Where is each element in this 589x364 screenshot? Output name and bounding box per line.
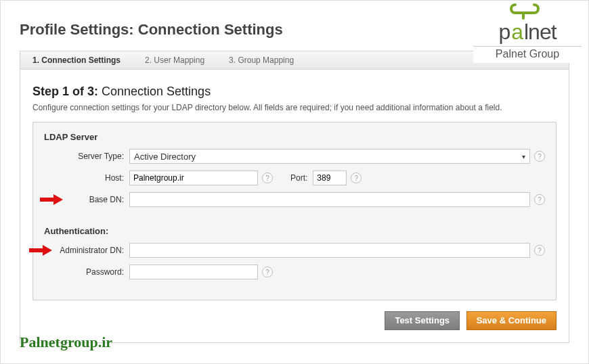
step-description: Configure connection settings for your L… (32, 103, 557, 112)
help-icon[interactable]: ? (262, 173, 273, 183)
help-icon[interactable]: ? (534, 151, 545, 162)
tab-user-mapping[interactable]: 2. User Mapping (133, 51, 217, 70)
password-label: Password: (44, 267, 129, 277)
password-input[interactable] (129, 265, 258, 279)
arrow-right-icon (29, 245, 52, 256)
logo-text-rest: lnet (524, 20, 557, 45)
test-settings-button[interactable]: Test Settings (385, 311, 460, 330)
svg-rect-2 (29, 248, 43, 252)
help-icon[interactable]: ? (534, 194, 545, 205)
port-input[interactable] (313, 170, 347, 185)
step-prefix: Step 1 of 3: (32, 85, 98, 98)
svg-marker-1 (53, 194, 63, 205)
base-dn-input[interactable] (129, 192, 530, 207)
save-continue-button[interactable]: Save & Continue (466, 311, 557, 330)
host-input[interactable] (129, 170, 258, 185)
footer-brand-text: Palnetgroup.ir (20, 334, 112, 351)
step-heading: Step 1 of 3: Connection Settings (32, 85, 557, 99)
auth-section-label: Authentication: (44, 226, 545, 236)
logo-text-p: p (498, 20, 510, 45)
tab-connection-settings[interactable]: 1. Connection Settings (20, 51, 133, 70)
help-icon[interactable]: ? (534, 245, 545, 256)
arrow-right-icon (40, 194, 63, 205)
svg-rect-0 (40, 198, 53, 202)
admin-dn-input[interactable] (129, 243, 530, 258)
logo-subtitle: Palnet Group (473, 46, 582, 60)
svg-marker-3 (43, 245, 52, 256)
tab-group-mapping[interactable]: 3. Group Mapping (217, 51, 306, 70)
chevron-down-icon: ▾ (522, 153, 525, 160)
server-type-select[interactable]: Active Directory ▾ (129, 149, 530, 164)
brand-logo: palnet Palnet Group (473, 2, 582, 63)
server-type-value: Active Directory (134, 152, 196, 162)
server-type-label: Server Type: (44, 152, 129, 161)
port-label: Port: (290, 173, 313, 183)
help-icon[interactable]: ? (262, 267, 273, 277)
logo-text-a: a (511, 20, 523, 45)
ldap-section-label: LDAP Server (44, 132, 545, 142)
step-name: Connection Settings (102, 85, 211, 98)
admin-dn-label: Administrator DN: (44, 246, 129, 255)
host-label: Host: (44, 173, 129, 183)
help-icon[interactable]: ? (351, 173, 362, 183)
